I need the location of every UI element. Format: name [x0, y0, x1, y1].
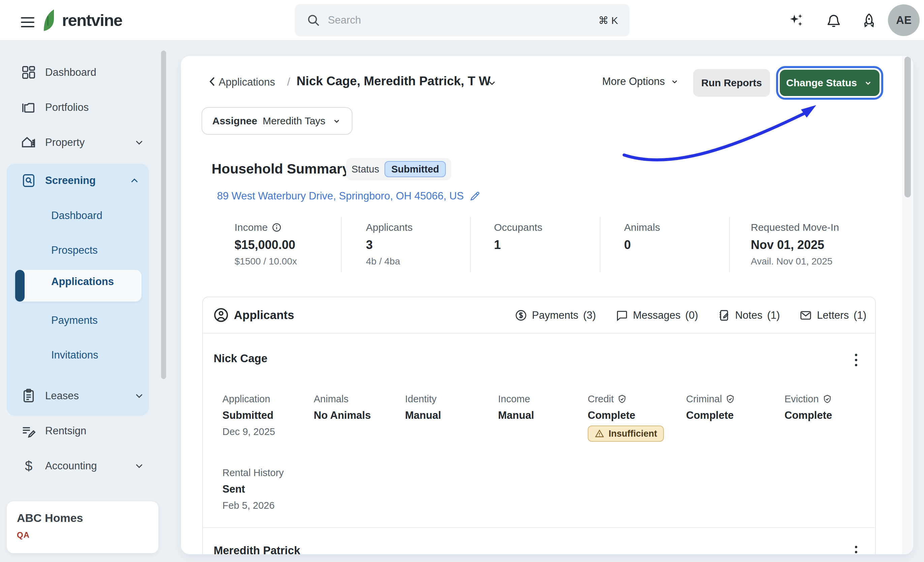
tab-label: Notes [735, 309, 762, 321]
stat-label: Animals [624, 222, 660, 233]
stat-label: Income [234, 222, 267, 233]
kebab-menu-icon[interactable] [849, 351, 863, 369]
more-options-label: More Options [602, 75, 665, 88]
info-icon[interactable] [272, 222, 282, 232]
field-identity: Identity Manual [405, 394, 441, 421]
sidebar-item-label: Dashboard [51, 210, 102, 222]
sidebar-item-rentsign[interactable]: Rentsign [0, 418, 155, 444]
shield-check-icon [822, 394, 832, 404]
assignee-dropdown[interactable]: Assignee Meredith Tays [201, 107, 352, 135]
leaf-icon [41, 8, 58, 32]
change-status-button[interactable]: Change Status [780, 70, 879, 96]
insufficient-badge-label: Insufficient [609, 429, 657, 439]
field-value: Manual [498, 409, 534, 421]
stat-label: Applicants [366, 222, 412, 233]
title-chevron-down-icon[interactable] [486, 77, 498, 89]
organization-card[interactable]: ABC Homes QA [7, 501, 158, 553]
tab-count: (0) [686, 309, 698, 321]
stat-value: 0 [624, 238, 660, 252]
tab-count: (1) [854, 309, 866, 321]
tab-count: (1) [767, 309, 780, 321]
field-label: Application [222, 394, 270, 405]
shield-check-icon [725, 394, 735, 404]
field-income: Income Manual [498, 394, 534, 421]
stat-move-in: Requested Move-In Nov 01, 2025 Avail. No… [751, 222, 839, 267]
run-reports-label: Run Reports [701, 77, 762, 88]
tab-letters[interactable]: Letters (1) [800, 309, 866, 322]
sidebar-item-label[interactable]: Applications [51, 276, 114, 288]
accounting-dollar-icon: $ [21, 458, 36, 474]
property-address-link[interactable]: 89 West Waterbury Drive, Springboro, OH … [217, 190, 480, 202]
sidebar-item-dashboard[interactable]: Dashboard [0, 60, 155, 85]
field-sub: Feb 5, 2026 [222, 500, 284, 511]
sidebar-scrollbar[interactable] [161, 51, 166, 379]
breadcrumb-parent[interactable]: Applications [219, 76, 275, 88]
sidebar-item-accounting[interactable]: $ Accounting [0, 453, 155, 479]
main-content-card: Applications / Nick Cage, Meredith Patri… [181, 56, 913, 554]
sidebar-item-portfolios[interactable]: Portfolios [0, 95, 155, 120]
field-value: Complete [588, 409, 664, 421]
stat-animals: Animals 0 [624, 222, 660, 252]
tab-count: (3) [583, 309, 596, 321]
applicants-title: Applicants [234, 308, 294, 322]
payments-dollar-icon [514, 309, 527, 322]
chevron-down-icon [863, 78, 873, 88]
sparkles-icon[interactable] [789, 13, 804, 28]
more-options-button[interactable]: More Options [602, 75, 680, 88]
sidebar-item-property[interactable]: Property [0, 130, 155, 155]
tab-messages[interactable]: Messages (0) [615, 309, 698, 322]
search-input[interactable]: Search ⌘ K [295, 4, 630, 36]
active-indicator-bar [15, 270, 25, 301]
shield-check-icon [617, 394, 627, 404]
menu-icon[interactable] [21, 14, 34, 30]
status-badge[interactable]: Submitted [384, 161, 446, 177]
field-label: Identity [405, 394, 437, 405]
sidebar-item-label: Leases [45, 390, 134, 402]
run-reports-button[interactable]: Run Reports [693, 69, 770, 97]
warning-triangle-icon [594, 429, 604, 439]
sidebar-item-screening[interactable]: Screening [7, 168, 149, 193]
notes-notebook-icon [717, 309, 730, 322]
chevron-up-icon [129, 175, 140, 186]
field-sub: Dec 9, 2025 [222, 426, 275, 437]
tab-label: Messages [633, 309, 680, 321]
sidebar-item-payments[interactable]: Payments [7, 309, 149, 332]
rocket-icon[interactable] [861, 13, 877, 28]
field-criminal: Criminal Complete [686, 394, 735, 421]
sidebar-item-screening-dashboard[interactable]: Dashboard [7, 204, 149, 228]
scrollbar-thumb[interactable] [904, 57, 911, 198]
tab-payments[interactable]: Payments (3) [514, 309, 596, 322]
applicant-row-divider [203, 527, 875, 528]
field-label: Rental History [222, 467, 284, 478]
applicants-card-header: Applicants Payments (3) Messages (0) Not… [203, 297, 875, 334]
tab-notes[interactable]: Notes (1) [717, 309, 780, 322]
sidebar: Dashboard Portfolios Property Screening … [0, 40, 181, 562]
field-value: Sent [222, 483, 284, 495]
avatar[interactable]: AE [888, 4, 920, 36]
sidebar-item-invitations[interactable]: Invitations [7, 343, 149, 367]
kebab-menu-icon[interactable] [849, 543, 863, 554]
chevron-down-icon [134, 460, 145, 472]
page-title: Nick Cage, Meredith Patrick, T W [297, 74, 490, 88]
sidebar-item-label: Payments [51, 314, 98, 327]
field-rental-history: Rental History Sent Feb 5, 2026 [222, 467, 284, 511]
stat-sub: 4b / 4ba [366, 256, 412, 267]
sidebar-item-label: Property [45, 136, 134, 148]
field-animals: Animals No Animals [314, 394, 370, 421]
scrollbar-track[interactable] [902, 56, 913, 554]
back-chevron-icon[interactable] [206, 75, 219, 88]
status-label: Status [351, 164, 379, 175]
notifications-bell-icon[interactable] [826, 13, 842, 28]
screening-section: Screening Dashboard Prospects Applicatio… [7, 164, 149, 416]
rentvine-logo[interactable]: rentvine [41, 8, 122, 32]
tab-label: Payments [532, 309, 579, 321]
field-value: Complete [686, 409, 735, 421]
applicant-name: Meredith Patrick [214, 544, 300, 554]
chevron-down-icon [332, 116, 342, 126]
applicant-person-icon [213, 307, 229, 323]
edit-pencil-icon[interactable] [469, 190, 480, 202]
sidebar-item-leases[interactable]: Leases [0, 383, 155, 409]
sidebar-item-prospects[interactable]: Prospects [7, 238, 149, 262]
stat-sub: $1500 / 10.00x [234, 256, 297, 267]
sidebar-item-label: Screening [45, 175, 129, 187]
